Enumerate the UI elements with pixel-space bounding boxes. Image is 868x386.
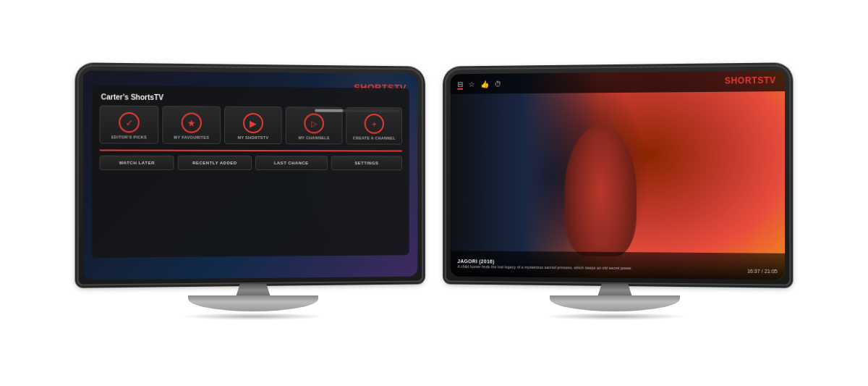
logo-right-red: TV	[764, 75, 776, 85]
recently-added-button[interactable]: RECENTLY ADDED	[178, 155, 252, 169]
time-display: 16:37 / 21:05	[747, 268, 778, 274]
tv-stand-base-left	[188, 295, 318, 311]
tv-stand-shadow-right	[542, 313, 687, 320]
editors-picks-icon: ✓	[119, 112, 140, 133]
my-favourites-label: MY FAVOURITES	[174, 135, 209, 139]
my-shortstv-icon: ▶	[243, 112, 263, 133]
menu-panel: Carter's ShortsTV ✓ EDITOR'S PICKS ★	[92, 85, 409, 258]
watch-later-button[interactable]: WATCH LATER	[100, 155, 174, 169]
divider-line	[100, 149, 402, 151]
my-favourites-icon: ★	[182, 112, 202, 133]
tv-icon[interactable]: ⊟	[457, 80, 463, 88]
top-bar-right: ⊟ ☆ 👍 ⏱ SHORTSTV	[451, 70, 785, 93]
figure-silhouette	[565, 125, 637, 256]
tv-right-screen: ⊟ ☆ 👍 ⏱ SHORTSTV JAGORI (2016) A child h…	[451, 70, 785, 280]
timer-icon[interactable]: ⏱	[495, 80, 502, 88]
screen-left-content: SHORTSTV Carter's ShortsTV ✓ EDITOR'S PI…	[83, 70, 417, 280]
scroll-bar	[315, 109, 399, 112]
screen-right-content: ⊟ ☆ 👍 ⏱ SHORTSTV JAGORI (2016) A child h…	[451, 70, 785, 280]
my-shortstv-label: MY SHORTSTV	[238, 135, 269, 139]
settings-button[interactable]: SETTINGS	[331, 156, 402, 170]
logo-right-white: SHORTS	[725, 75, 764, 85]
tv-right-body: ⊟ ☆ 👍 ⏱ SHORTSTV JAGORI (2016) A child h…	[445, 64, 791, 285]
tv-stand-shadow-left	[181, 313, 326, 320]
tv-left-screen: SHORTSTV Carter's ShortsTV ✓ EDITOR'S PI…	[83, 70, 417, 280]
tv-right: ⊟ ☆ 👍 ⏱ SHORTSTV JAGORI (2016) A child h…	[441, 67, 788, 320]
tv-left-body: SHORTSTV Carter's ShortsTV ✓ EDITOR'S PI…	[77, 64, 423, 285]
button-row: WATCH LATER RECENTLY ADDED LAST CHANCE S…	[100, 155, 402, 170]
create-channel-icon: +	[365, 113, 384, 133]
tv-left: SHORTSTV Carter's ShortsTV ✓ EDITOR'S PI…	[80, 67, 427, 320]
editors-picks-tile[interactable]: ✓ EDITOR'S PICKS	[100, 105, 159, 143]
menu-title: Carter's ShortsTV	[100, 93, 402, 103]
editors-picks-label: EDITOR'S PICKS	[111, 135, 147, 139]
last-chance-button[interactable]: LAST CHANCE	[255, 156, 327, 170]
like-icon[interactable]: 👍	[480, 80, 489, 88]
star-icon[interactable]: ☆	[469, 80, 475, 88]
bottom-bar-right: JAGORI (2016) A child hunter finds the l…	[451, 251, 785, 280]
my-shortstv-tile[interactable]: ▶ MY SHORTSTV	[224, 106, 282, 143]
tv-stand-base-right	[550, 295, 680, 311]
tv-stand-neck-right	[593, 284, 637, 297]
my-favourites-tile[interactable]: ★ MY FAVOURITES	[162, 106, 221, 144]
my-channels-icon: ▷	[304, 113, 324, 133]
tv-stand-neck-left	[231, 284, 275, 297]
my-channels-label: MY CHANNELS	[299, 135, 330, 140]
main-scene: SHORTSTV Carter's ShortsTV ✓ EDITOR'S PI…	[0, 0, 868, 386]
scroll-thumb	[315, 109, 343, 112]
create-channel-label: CREATE A CHANNEL	[353, 135, 396, 140]
shorts-logo-right: SHORTSTV	[725, 75, 776, 85]
